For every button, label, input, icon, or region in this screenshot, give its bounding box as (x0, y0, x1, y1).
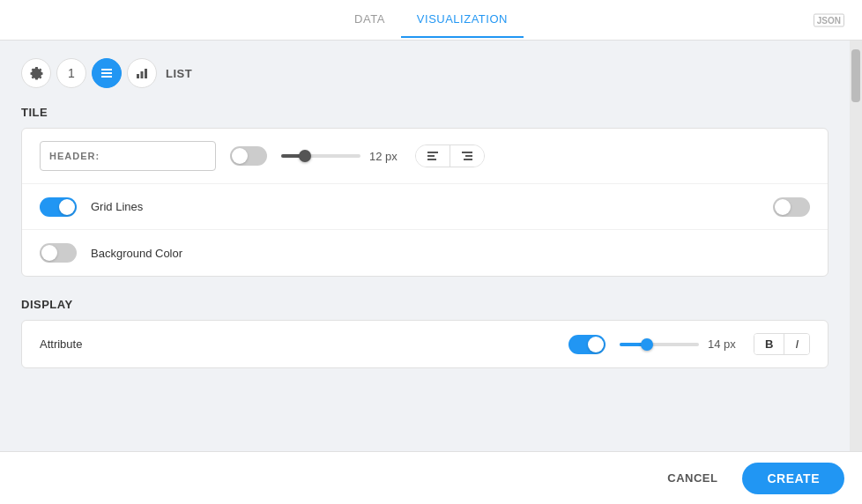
grid-lines-toggle2[interactable] (773, 197, 810, 217)
display-card: Attribute 14 px B I (21, 320, 829, 368)
format-btn-group: B I (754, 333, 810, 355)
header-toggle-slider (230, 146, 267, 166)
attribute-toggle[interactable] (568, 335, 606, 354)
align-left-btn[interactable] (416, 145, 450, 167)
align-right-btn[interactable] (450, 145, 484, 167)
svg-rect-3 (137, 74, 139, 78)
left-panel: 1 LIST TILE (0, 41, 850, 451)
grid-lines-toggle2-slider (773, 197, 810, 217)
list-icon-btn[interactable] (92, 58, 122, 88)
tile-header-row: 12 px (22, 129, 828, 184)
scrollbar-track[interactable] (850, 41, 862, 451)
display-section-label: DISPLAY (21, 298, 829, 311)
chart-icon-btn[interactable] (127, 58, 157, 88)
grid-lines-toggle-slider (40, 197, 77, 217)
svg-rect-8 (427, 159, 436, 160)
attribute-label: Attribute (40, 337, 110, 351)
svg-rect-11 (464, 159, 472, 160)
svg-rect-0 (101, 69, 112, 70)
header-slider-container: 12 px (281, 150, 401, 163)
svg-rect-6 (427, 152, 438, 153)
cancel-button[interactable]: CANCEL (653, 464, 732, 492)
attribute-row: Attribute 14 px B I (22, 321, 828, 367)
align-btn-group (415, 145, 485, 167)
settings-icon (29, 66, 43, 80)
grid-lines-toggle[interactable] (40, 197, 77, 217)
tab-data[interactable]: DATA (338, 2, 401, 38)
attribute-slider-container: 14 px (620, 337, 739, 351)
grid-lines-label: Grid Lines (91, 200, 143, 213)
json-icon[interactable]: JSON (814, 13, 844, 26)
bg-color-toggle[interactable] (40, 243, 77, 263)
attribute-slider-value: 14 px (708, 337, 739, 351)
top-tabs-bar: DATA VISUALIZATION JSON (0, 0, 862, 41)
toolbar-row: 1 LIST (21, 58, 829, 88)
header-slider-thumb (299, 150, 311, 162)
align-right-icon (461, 150, 473, 162)
bottom-bar: CANCEL CREATE (0, 451, 862, 504)
scrollbar-thumb[interactable] (851, 49, 860, 102)
svg-rect-7 (427, 155, 435, 157)
italic-btn[interactable]: I (784, 334, 809, 354)
settings-icon-btn[interactable] (21, 58, 51, 88)
list-icon (100, 66, 114, 80)
chart-icon (135, 66, 149, 80)
attribute-slider-thumb (641, 338, 653, 351)
align-left-icon (427, 150, 439, 162)
tile-section-label: TILE (21, 106, 829, 119)
svg-rect-5 (145, 69, 147, 78)
tile-card: 12 px (21, 128, 829, 277)
grid-lines-row: Grid Lines (22, 184, 828, 230)
svg-rect-4 (141, 71, 144, 78)
number-label: 1 (68, 66, 75, 80)
svg-rect-1 (101, 72, 112, 74)
header-toggle[interactable] (230, 146, 267, 166)
svg-rect-2 (101, 76, 112, 78)
header-input[interactable] (40, 141, 216, 171)
number-icon-btn[interactable]: 1 (56, 58, 86, 88)
svg-rect-9 (462, 152, 472, 153)
background-color-label: Background Color (91, 247, 182, 260)
tab-visualization[interactable]: VISUALIZATION (401, 2, 524, 38)
attribute-slider-track[interactable] (620, 343, 699, 346)
toolbar-list-label: LIST (166, 67, 192, 80)
header-slider-track[interactable] (281, 154, 360, 158)
background-color-row: Background Color (22, 230, 828, 276)
bold-btn[interactable]: B (754, 334, 784, 354)
bg-color-toggle-slider (40, 243, 77, 263)
header-slider-value: 12 px (369, 150, 401, 163)
svg-rect-10 (465, 155, 472, 157)
main-content: 1 LIST TILE (0, 41, 862, 451)
create-button[interactable]: CREATE (742, 463, 844, 494)
scrollbar[interactable] (850, 41, 862, 451)
attribute-toggle-slider (568, 335, 606, 354)
